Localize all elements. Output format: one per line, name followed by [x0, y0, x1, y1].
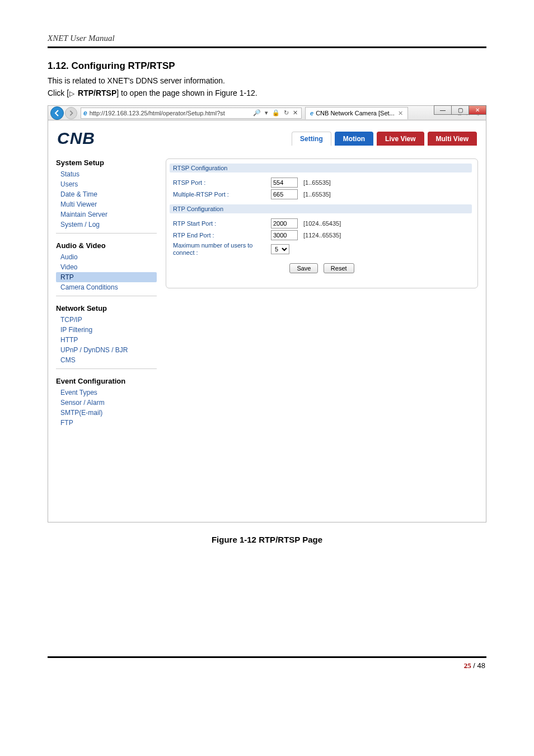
config-panel: RTSP Configuration RTSP Port : [1..65535…: [166, 158, 478, 288]
sidebar-item-sensor[interactable]: Sensor / Alarm: [56, 398, 157, 408]
rtsp-port-input[interactable]: [271, 178, 298, 188]
system-setup-head: System Setup: [56, 158, 157, 167]
sidebar-item-users[interactable]: Users: [56, 179, 157, 189]
rtp-start-label: RTP Start Port :: [173, 220, 271, 227]
mrtsp-input[interactable]: [271, 189, 298, 199]
close-button[interactable]: ✕: [469, 105, 486, 115]
max-users-label: Maximum number of users to connect :: [173, 242, 271, 256]
window-controls: — ▢ ✕: [434, 105, 486, 115]
cnb-header: CNB Setting Motion Live View Multi View: [57, 128, 477, 148]
max-users-select[interactable]: 5: [271, 244, 289, 254]
cnb-logo: CNB: [57, 128, 130, 148]
sidebar-item-camera-conditions[interactable]: Camera Conditions: [56, 282, 157, 292]
button-row: Save Reset: [170, 263, 474, 273]
header-rule: [48, 46, 486, 48]
click-target-bold: RTP/RTSP: [78, 88, 116, 97]
sidebar-item-multiviewer[interactable]: Multi Viewer: [56, 199, 157, 209]
sidebar-item-systemlog[interactable]: System / Log: [56, 220, 157, 230]
sidebar-item-status[interactable]: Status: [56, 169, 157, 179]
tab-close-icon[interactable]: ✕: [398, 110, 403, 117]
tab-setting[interactable]: Setting: [292, 132, 331, 146]
sidebar-item-tcpip[interactable]: TCP/IP: [56, 315, 157, 325]
sidebar-item-rtp[interactable]: RTP: [56, 272, 157, 282]
browser-tab[interactable]: e CNB Network Camera [Set... ✕: [305, 107, 408, 119]
address-bar-icons: 🔎 ▾ 🔒 ↻ ✕: [253, 109, 299, 116]
group-audio-video: Audio & Video Audio Video RTP Camera Con…: [56, 241, 157, 296]
reset-button[interactable]: Reset: [324, 263, 354, 273]
event-config-head: Event Configuration: [56, 377, 157, 385]
rtsp-group-label: RTSP Configuration: [170, 164, 472, 172]
browser-window: — ▢ ✕ e http://192.168.123.25/html/opera…: [48, 105, 486, 522]
forward-button[interactable]: [65, 107, 77, 119]
address-bar[interactable]: e http://192.168.123.25/html/operator/Se…: [81, 108, 302, 119]
arrow-left-icon: [54, 110, 60, 116]
group-event-config: Event Configuration Event Types Sensor /…: [56, 377, 157, 431]
mrtsp-label: Multiple-RTSP Port :: [173, 191, 271, 198]
page-number: 25 / 48: [48, 661, 486, 670]
page-sep: /: [471, 661, 477, 670]
sidebar-item-http[interactable]: HTTP: [56, 335, 157, 345]
click-instruction: Click [▷ RTP/RTSP] to open the page show…: [48, 88, 486, 97]
browser-toolbar: e http://192.168.123.25/html/operator/Se…: [48, 106, 486, 120]
tab-motion[interactable]: Motion: [335, 132, 373, 146]
ie-icon: e: [83, 109, 87, 117]
audiovideo-head: Audio & Video: [56, 241, 157, 250]
rtp-start-input[interactable]: [271, 218, 298, 228]
save-button[interactable]: Save: [289, 263, 318, 273]
rtsp-port-label: RTSP Port :: [173, 179, 271, 186]
sidebar-item-video[interactable]: Video: [56, 262, 157, 272]
sidebar-item-audio[interactable]: Audio: [56, 252, 157, 262]
intro-text: This is related to XNET's DDNS server in…: [48, 76, 486, 85]
rtp-group-label: RTP Configuration: [170, 204, 472, 213]
tab-live-view[interactable]: Live View: [377, 132, 424, 146]
group-system-setup: System Setup Status Users Date & Time Mu…: [56, 158, 157, 234]
doc-header: XNET User Manual: [48, 34, 486, 43]
maximize-button[interactable]: ▢: [451, 105, 469, 115]
rtp-end-label: RTP End Port :: [173, 232, 271, 239]
rtsp-port-range: [1..65535]: [303, 179, 331, 186]
top-tabs: Setting Motion Live View Multi View: [292, 132, 477, 146]
page-current: 25: [464, 661, 471, 670]
minimize-button[interactable]: —: [434, 105, 452, 115]
click-suffix: ] to open the page shown in Figure 1-12.: [116, 88, 257, 97]
row-rtp-start: RTP Start Port : [1024..65435]: [173, 218, 474, 228]
tab-multi-view[interactable]: Multi View: [428, 132, 477, 146]
mrtsp-range: [1..65535]: [303, 191, 331, 198]
click-prefix: Click [: [48, 88, 69, 97]
sidebar-item-ftp[interactable]: FTP: [56, 418, 157, 428]
page-total: 48: [477, 661, 485, 670]
cnb-logo-svg: CNB: [57, 128, 130, 148]
back-button[interactable]: [50, 106, 64, 120]
arrow-right-icon: [68, 110, 74, 116]
sidebar-item-smtp[interactable]: SMTP(E-mail): [56, 408, 157, 418]
group-network-setup: Network Setup TCP/IP IP Filtering HTTP U…: [56, 304, 157, 369]
sidebar-item-cms[interactable]: CMS: [56, 355, 157, 365]
rtp-end-range: [1124..65535]: [303, 232, 341, 239]
rtp-start-range: [1024..65435]: [303, 220, 341, 227]
sidebar-item-upnp[interactable]: UPnP / DynDNS / BJR: [56, 345, 157, 355]
sidebar-item-eventtypes[interactable]: Event Types: [56, 388, 157, 398]
triangle-icon: ▷: [69, 90, 74, 97]
row-max-users: Maximum number of users to connect : 5: [173, 242, 474, 256]
ie-icon: e: [310, 110, 313, 116]
row-mrtsp-port: Multiple-RTSP Port : [1..65535]: [173, 189, 474, 199]
network-setup-head: Network Setup: [56, 304, 157, 312]
page-content: CNB Setting Motion Live View Multi View: [48, 120, 486, 522]
rtp-end-input[interactable]: [271, 230, 298, 240]
tab-title: CNB Network Camera [Set...: [316, 110, 395, 116]
svg-text:CNB: CNB: [57, 129, 95, 147]
footer-rule: [48, 656, 486, 658]
url-text: http://192.168.123.25/html/operator/Setu…: [90, 110, 225, 116]
row-rtp-end: RTP End Port : [1124..65535]: [173, 230, 474, 240]
figure-caption: Figure 1-12 RTP/RTSP Page: [48, 535, 486, 544]
sidebar-item-datetime[interactable]: Date & Time: [56, 189, 157, 199]
sidebar-item-ipfiltering[interactable]: IP Filtering: [56, 325, 157, 335]
sidebar: System Setup Status Users Date & Time Mu…: [56, 158, 157, 439]
row-rtsp-port: RTSP Port : [1..65535]: [173, 178, 474, 188]
sidebar-item-maintain[interactable]: Maintain Server: [56, 209, 157, 220]
section-title: 1.12. Configuring RTP/RTSP: [48, 60, 486, 72]
